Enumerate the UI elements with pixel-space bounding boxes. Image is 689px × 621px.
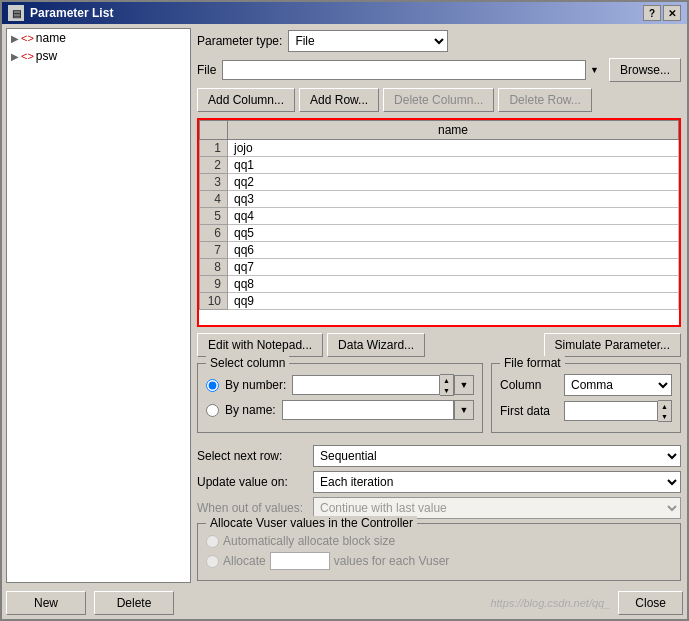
param-type-select[interactable]: FileUser DefinedUnique Numbers	[288, 30, 448, 52]
row-number: 2	[200, 157, 228, 174]
row-number: 6	[200, 225, 228, 242]
file-label: File	[197, 63, 216, 77]
manual-allocate-row: Allocate values for each Vuser	[206, 552, 672, 570]
auto-allocate-label: Automatically allocate block size	[223, 534, 395, 548]
by-number-spinner-container: 1 ▲ ▼ ▼	[292, 374, 474, 396]
by-name-radio[interactable]	[206, 404, 219, 417]
close-button[interactable]: Close	[618, 591, 683, 615]
table-row[interactable]: 1jojo	[200, 140, 679, 157]
row-number: 10	[200, 293, 228, 310]
first-data-down[interactable]: ▼	[658, 411, 671, 421]
table-row[interactable]: 2qq1	[200, 157, 679, 174]
footer-right: https://blog.csdn.net/qq_ Close	[490, 591, 683, 615]
row-value: qq3	[228, 191, 679, 208]
manual-allocate-radio[interactable]	[206, 555, 219, 568]
row-value: qq2	[228, 174, 679, 191]
update-value-row: Update value on: Each iterationEach occu…	[197, 471, 681, 493]
tree-item-label: name	[36, 31, 66, 45]
window-icon: ▤	[8, 5, 24, 21]
parameter-tree: ▶<>name▶<>psw	[6, 28, 191, 583]
right-panel: Parameter type: FileUser DefinedUnique N…	[191, 24, 687, 587]
by-number-label: By number:	[225, 378, 286, 392]
table-row[interactable]: 9qq8	[200, 276, 679, 293]
by-number-radio[interactable]	[206, 379, 219, 392]
by-name-label: By name:	[225, 403, 276, 417]
tree-expand-icon: ▶	[11, 33, 19, 44]
tree-type-icon: <>	[21, 50, 34, 62]
first-data-up[interactable]: ▲	[658, 401, 671, 411]
select-next-row-select[interactable]: SequentialRandomUnique	[313, 445, 681, 467]
simulate-param-button[interactable]: Simulate Parameter...	[544, 333, 681, 357]
table-row[interactable]: 7qq6	[200, 242, 679, 259]
file-combo-container: name.dat ▼	[222, 60, 603, 80]
data-table: name 1jojo2qq13qq24qq35qq46qq57qq68qq79q…	[199, 120, 679, 310]
tree-type-icon: <>	[21, 32, 34, 44]
manual-allocate-label: Allocate	[223, 554, 266, 568]
delete-column-button[interactable]: Delete Column...	[383, 88, 494, 112]
table-row[interactable]: 8qq7	[200, 259, 679, 276]
add-column-button[interactable]: Add Column...	[197, 88, 295, 112]
data-wizard-button[interactable]: Data Wizard...	[327, 333, 425, 357]
row-num-header	[200, 121, 228, 140]
manual-allocate-suffix: values for each Vuser	[334, 554, 450, 568]
table-row[interactable]: 3qq2	[200, 174, 679, 191]
delete-row-button[interactable]: Delete Row...	[498, 88, 591, 112]
manual-allocate-input[interactable]	[270, 552, 330, 570]
update-value-select[interactable]: Each iterationEach occurrenceOnce	[313, 471, 681, 493]
tree-item-label: psw	[36, 49, 57, 63]
title-bar: ▤ Parameter List ? ✕	[2, 2, 687, 24]
new-button[interactable]: New	[6, 591, 86, 615]
row-value: qq9	[228, 293, 679, 310]
first-data-row: First data 1 ▲ ▼	[500, 400, 672, 422]
file-input[interactable]: name.dat	[222, 60, 603, 80]
row-number: 1	[200, 140, 228, 157]
table-row[interactable]: 10qq9	[200, 293, 679, 310]
help-button[interactable]: ?	[643, 5, 661, 21]
row-value: qq4	[228, 208, 679, 225]
by-name-spinner-container: ▼	[282, 400, 474, 420]
tree-container: ▶<>name▶<>psw	[7, 29, 190, 65]
select-column-group: Select column By number: 1 ▲ ▼ ▼	[197, 363, 483, 433]
row-value: qq5	[228, 225, 679, 242]
table-row[interactable]: 6qq5	[200, 225, 679, 242]
row-value: jojo	[228, 140, 679, 157]
data-table-container: name 1jojo2qq13qq24qq35qq46qq57qq68qq79q…	[197, 118, 681, 327]
name-header: name	[228, 121, 679, 140]
by-number-input[interactable]: 1	[292, 375, 440, 395]
first-data-label: First data	[500, 404, 560, 418]
select-next-row-label: Select next row:	[197, 449, 307, 463]
by-name-input[interactable]	[282, 400, 454, 420]
tree-item[interactable]: ▶<>name	[7, 29, 190, 47]
by-name-dropdown[interactable]: ▼	[454, 400, 474, 420]
options-section: Select column By number: 1 ▲ ▼ ▼	[197, 363, 681, 439]
auto-allocate-radio[interactable]	[206, 535, 219, 548]
allocate-group: Allocate Vuser values in the Controller …	[197, 523, 681, 581]
table-row[interactable]: 5qq4	[200, 208, 679, 225]
tree-expand-icon: ▶	[11, 51, 19, 62]
browse-button[interactable]: Browse...	[609, 58, 681, 82]
spinner-down[interactable]: ▼	[440, 385, 453, 395]
file-dropdown-arrow[interactable]: ▼	[585, 60, 603, 80]
by-number-dropdown[interactable]: ▼	[454, 375, 474, 395]
window-title: Parameter List	[30, 6, 113, 20]
table-body: 1jojo2qq13qq24qq35qq46qq57qq68qq79qq810q…	[200, 140, 679, 310]
first-data-input[interactable]: 1	[564, 401, 658, 421]
add-row-button[interactable]: Add Row...	[299, 88, 379, 112]
param-type-row: Parameter type: FileUser DefinedUnique N…	[197, 30, 681, 52]
content-area: ▶<>name▶<>psw Parameter type: FileUser D…	[2, 24, 687, 587]
title-bar-buttons: ? ✕	[643, 5, 681, 21]
file-row: File name.dat ▼ Browse...	[197, 58, 681, 82]
when-out-label: When out of values:	[197, 501, 307, 515]
row-value: qq6	[228, 242, 679, 259]
close-button[interactable]: ✕	[663, 5, 681, 21]
first-data-spinner-btns: ▲ ▼	[658, 400, 672, 422]
spinner-up[interactable]: ▲	[440, 375, 453, 385]
column-format-select[interactable]: CommaTabSpace	[564, 374, 672, 396]
row-value: qq1	[228, 157, 679, 174]
table-row[interactable]: 4qq3	[200, 191, 679, 208]
row-number: 5	[200, 208, 228, 225]
edit-notepad-button[interactable]: Edit with Notepad...	[197, 333, 323, 357]
column-format-row: Column CommaTabSpace	[500, 374, 672, 396]
delete-button[interactable]: Delete	[94, 591, 174, 615]
tree-item[interactable]: ▶<>psw	[7, 47, 190, 65]
